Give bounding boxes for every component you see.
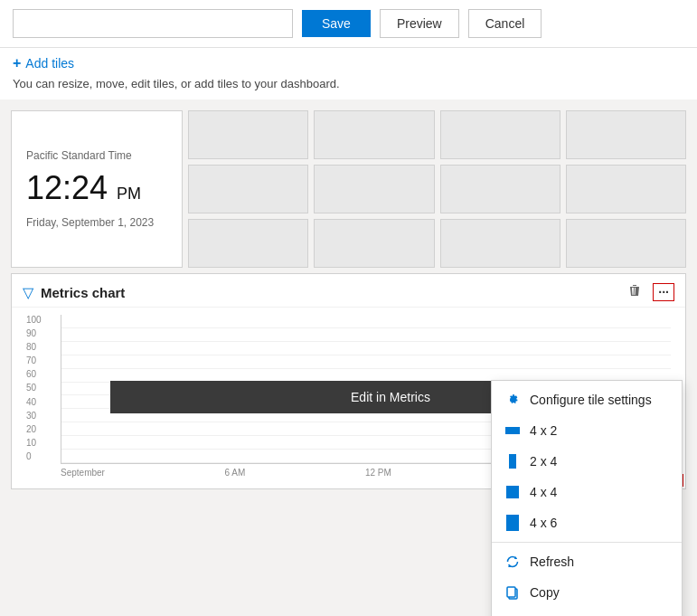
grid-cell <box>314 219 434 268</box>
grid-cell <box>188 219 308 268</box>
menu-configure-label: Configure tile settings <box>530 393 652 407</box>
clock-ampm: PM <box>117 185 141 203</box>
grid-cell <box>188 110 308 159</box>
menu-4x6-label: 4 x 6 <box>530 516 557 530</box>
menu-item-copy[interactable]: Copy <box>492 577 682 608</box>
grid-cell <box>566 219 686 268</box>
add-tiles-label: Add tiles <box>25 56 74 71</box>
more-options-button[interactable]: ··· <box>653 283 674 301</box>
size-4x2-icon <box>504 422 521 439</box>
plus-icon: + <box>13 55 21 71</box>
grid-cell <box>188 165 308 213</box>
metrics-header: ▽ Metrics chart ··· <box>12 274 685 308</box>
grid-cell <box>566 165 686 213</box>
menu-item-4x6[interactable]: 4 x 6 <box>492 507 682 538</box>
grid-cell <box>314 110 434 159</box>
cancel-button[interactable]: Cancel <box>468 9 542 38</box>
menu-2x4-label: 2 x 4 <box>530 454 557 469</box>
menu-item-4x2[interactable]: 4 x 2 <box>492 415 682 446</box>
menu-4x4-label: 4 x 4 <box>530 485 557 499</box>
save-button[interactable]: Save <box>302 10 371 37</box>
grid-cell <box>314 165 434 213</box>
hint-text: You can resize, move, edit tiles, or add… <box>0 75 697 100</box>
metrics-title-row: ▽ Metrics chart <box>23 284 125 301</box>
size-2x4-icon <box>504 453 521 469</box>
clock-time: 12:24 PM <box>26 169 167 207</box>
metrics-actions: ··· <box>624 281 674 303</box>
refresh-icon <box>504 554 521 570</box>
size-4x4-icon <box>504 484 521 500</box>
menu-divider <box>492 542 682 543</box>
clock-date: Friday, September 1, 2023 <box>26 216 167 229</box>
trash-icon <box>627 283 642 298</box>
dashboard-area: Pacific Standard Time 12:24 PM Friday, S… <box>0 100 697 500</box>
context-menu: Configure tile settings 4 x 2 2 x 4 4 x … <box>491 380 683 616</box>
gear-icon <box>504 392 521 408</box>
size-4x6-icon <box>504 515 521 531</box>
toolbar: + Add tiles <box>0 48 697 75</box>
preview-button[interactable]: Preview <box>380 9 459 38</box>
clock-tile: Pacific Standard Time 12:24 PM Friday, S… <box>11 110 183 268</box>
chart-y-labels: 100 90 80 70 60 50 40 30 20 10 0 <box>26 315 42 461</box>
add-tiles-button[interactable]: + Add tiles <box>13 55 74 71</box>
menu-refresh-label: Refresh <box>530 554 574 569</box>
funnel-icon: ▽ <box>23 284 33 301</box>
menu-item-2x4[interactable]: 2 x 4 <box>492 446 682 477</box>
metrics-title: Metrics chart <box>41 285 125 300</box>
dashboard-title-input[interactable]: Example Dashboard <box>13 9 293 38</box>
menu-copy-label: Copy <box>530 585 560 600</box>
svg-rect-1 <box>507 587 515 597</box>
grid-cell <box>440 165 560 213</box>
menu-item-configure[interactable]: Configure tile settings <box>492 384 682 415</box>
grid-cell <box>440 110 560 159</box>
clock-time-value: 12:24 <box>26 169 108 206</box>
grid-cell <box>440 219 560 268</box>
menu-item-refresh[interactable]: Refresh <box>492 546 682 577</box>
grid-cell <box>566 110 686 159</box>
clock-timezone: Pacific Standard Time <box>26 149 167 162</box>
menu-4x2-label: 4 x 2 <box>530 423 557 438</box>
delete-tile-button[interactable] <box>624 281 645 303</box>
menu-item-4x4[interactable]: 4 x 4 <box>492 477 682 507</box>
menu-item-remove[interactable]: Remove from dashboard <box>492 608 682 616</box>
copy-icon <box>504 584 521 601</box>
top-bar: Example Dashboard Save Preview Cancel <box>0 0 697 48</box>
